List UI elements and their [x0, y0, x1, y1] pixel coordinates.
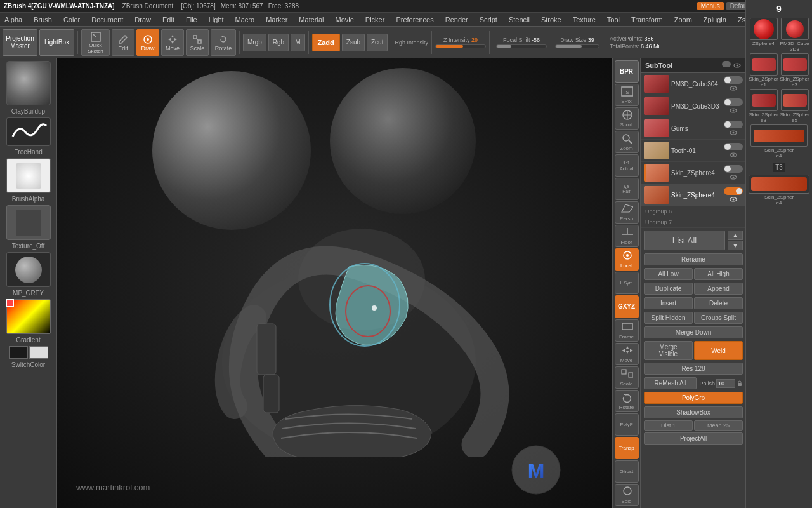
subtool-item-skin4b[interactable]: Skin_ZSphere4 [641, 184, 745, 206]
transp-button[interactable]: Transp [615, 437, 639, 459]
material-preview[interactable] [6, 252, 51, 287]
scroll-button[interactable]: Scroll [615, 107, 639, 130]
subtool-toggle-3d3[interactable] [724, 98, 743, 106]
menu-item-movie[interactable]: Movie [333, 15, 355, 25]
menu-item-alpha[interactable]: Alpha [3, 15, 24, 25]
draw-size-slider[interactable] [555, 44, 599, 48]
subtool-item-gums[interactable]: Gums [641, 117, 745, 140]
all-low-button[interactable]: All Low [644, 268, 693, 280]
polish-input[interactable] [716, 379, 735, 388]
thumb-skin3b[interactable]: Skin_ZSphere3 [749, 89, 778, 123]
zadd-button[interactable]: Zadd [312, 34, 340, 51]
subtool-item-cube304[interactable]: PM3D_Cube304 [641, 73, 745, 95]
menu-item-tool[interactable]: Tool [605, 15, 622, 25]
subtool-toggle-tooth[interactable] [724, 143, 743, 150]
rename-button[interactable]: Rename [644, 253, 743, 265]
menu-item-stroke[interactable]: Stroke [539, 15, 563, 25]
mean-label[interactable]: Mean 25 [694, 420, 743, 431]
brush-alpha-preview[interactable] [6, 158, 51, 193]
menu-item-transform[interactable]: Transform [629, 15, 665, 25]
menu-item-color[interactable]: Color [62, 15, 82, 25]
bpr-button[interactable]: BPR [615, 60, 639, 83]
subtool-visibility-toggle[interactable] [722, 61, 731, 67]
scale-button[interactable]: Scale [186, 29, 209, 56]
subtool-toggle-skin4b[interactable] [724, 187, 743, 195]
merge-visible-button[interactable]: Merge Visible [644, 341, 693, 360]
menu-item-draw[interactable]: Draw [133, 15, 153, 25]
subtool-item-tooth[interactable]: Tooth-01 [641, 140, 745, 162]
menu-item-material[interactable]: Material [297, 15, 325, 25]
remesh-all-button[interactable]: ReMesh All [644, 377, 697, 389]
persp-button[interactable]: Persp [615, 201, 639, 224]
menus-label[interactable]: Menus [697, 2, 724, 10]
edit-button[interactable]: Edit [112, 29, 134, 56]
delete-button[interactable]: Delete [694, 297, 743, 309]
scale-vert-button[interactable]: Scale [615, 366, 639, 389]
thumb-zsphere4[interactable]: ZSphere4 [749, 18, 778, 52]
polyf-button[interactable]: PolyF [615, 413, 639, 436]
project-all-button[interactable]: ProjectAll [644, 432, 743, 444]
brush-preview[interactable] [6, 61, 51, 105]
menu-item-render[interactable]: Render [443, 15, 470, 25]
draw-button[interactable]: Draw [136, 29, 159, 56]
zcut-button[interactable]: Zcut [367, 34, 388, 51]
actual-button[interactable]: 1:1 Actual [615, 154, 639, 177]
insert-button[interactable]: Insert [644, 297, 693, 309]
res128-button[interactable]: Res 128 [644, 363, 743, 375]
menu-item-macro[interactable]: Macro [233, 15, 257, 25]
duplicate-button[interactable]: Duplicate [644, 283, 693, 295]
menu-item-zoom[interactable]: Zoom [672, 15, 694, 25]
quick-sketch-button[interactable]: QuickSketch [81, 29, 110, 56]
lsym-button[interactable]: L.Sym [615, 272, 639, 294]
ghost-button[interactable]: Ghost [615, 460, 639, 483]
dark-swatch[interactable] [9, 346, 28, 359]
thumb-skin5[interactable]: Skin_ZSphere5 [780, 89, 809, 123]
thumb-skin3a[interactable]: Skin_ZSphere3 [780, 53, 809, 88]
dist-label[interactable]: Dist 1 [644, 420, 693, 431]
rotate-button[interactable]: Rotate [211, 29, 236, 56]
local-button[interactable]: Local [615, 248, 639, 271]
menu-item-edit[interactable]: Edit [160, 15, 176, 25]
subtool-item-cube3d3[interactable]: PM3D_Cube3D3 [641, 95, 745, 117]
menu-item-preferences[interactable]: Preferences [394, 15, 435, 25]
thumb-skin4[interactable]: Skin_ZSphere4 [750, 124, 808, 159]
menu-item-marker[interactable]: Marker [264, 15, 289, 25]
subtool-toggle-skin4a[interactable] [724, 165, 743, 173]
thumb-cube3d3[interactable]: PM3D_Cube3D3 [780, 18, 809, 52]
groups-split-button[interactable]: Groups Split [694, 312, 743, 324]
zoom-button[interactable]: Zoom [615, 131, 639, 153]
move-button[interactable]: Move [161, 29, 184, 56]
all-high-button[interactable]: All High [694, 268, 743, 280]
gxyz-button[interactable]: GXYZ [615, 295, 639, 318]
thumb-skin1[interactable]: Skin_ZSphere1 [749, 53, 778, 88]
polygrp-button[interactable]: PolyGrp [644, 392, 743, 404]
list-all-button[interactable]: List All [644, 231, 725, 250]
menu-item-stencil[interactable]: Stencil [507, 15, 532, 25]
menu-item-document[interactable]: Document [89, 15, 125, 25]
rgb-button[interactable]: Rgb [268, 34, 289, 51]
rotate-vert-button[interactable]: Rotate [615, 390, 639, 412]
menu-item-zplugin[interactable]: Zplugin [702, 15, 728, 25]
merge-down-button[interactable]: Merge Down [644, 326, 743, 338]
m-button[interactable]: M [291, 34, 304, 51]
split-hidden-button[interactable]: Split Hidden [644, 312, 693, 324]
subtool-toggle-gums[interactable] [724, 121, 743, 128]
main-canvas[interactable]: www.martinkrol.com M [57, 58, 612, 508]
menu-item-texture[interactable]: Texture [571, 15, 598, 25]
move-up-button[interactable]: ▲ [728, 231, 743, 240]
weld-button[interactable]: Weld [694, 341, 743, 360]
solo-button[interactable]: Solo [615, 484, 639, 506]
menu-item-script[interactable]: Script [478, 15, 499, 25]
shadowbox-button[interactable]: ShadowBox [644, 406, 743, 418]
focal-shift-slider[interactable] [496, 44, 547, 48]
stroke-preview[interactable] [6, 117, 51, 146]
projection-master-button[interactable]: ProjectionMaster [3, 29, 37, 56]
aahalf-button[interactable]: AAHalf [615, 178, 639, 200]
spix-button[interactable]: S SPix [615, 84, 639, 106]
thumb-skin4-bottom[interactable]: Skin_ZSphere4 [747, 173, 811, 207]
append-button[interactable]: Append [694, 283, 743, 295]
z-intensity-slider[interactable] [435, 44, 486, 48]
menu-item-light[interactable]: Light [207, 15, 226, 25]
zsub-button[interactable]: Zsub [342, 34, 365, 51]
frame-button[interactable]: Frame [615, 319, 639, 342]
